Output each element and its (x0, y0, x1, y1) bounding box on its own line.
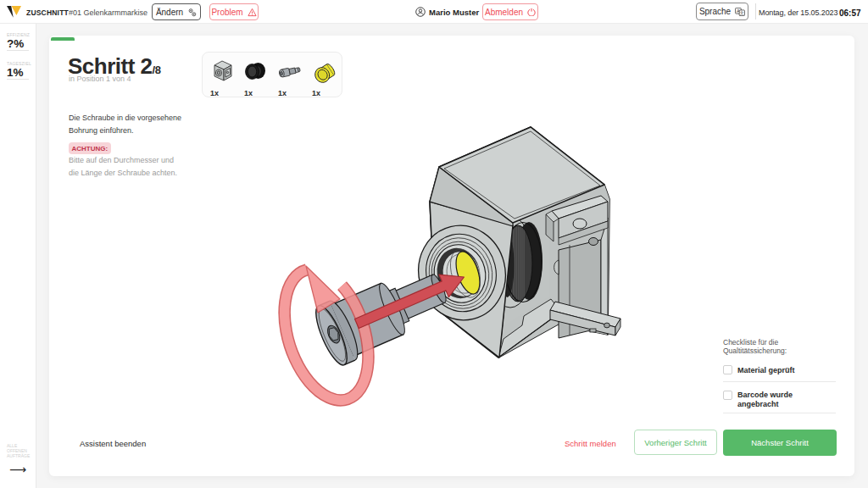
svg-text:文: 文 (740, 10, 744, 15)
